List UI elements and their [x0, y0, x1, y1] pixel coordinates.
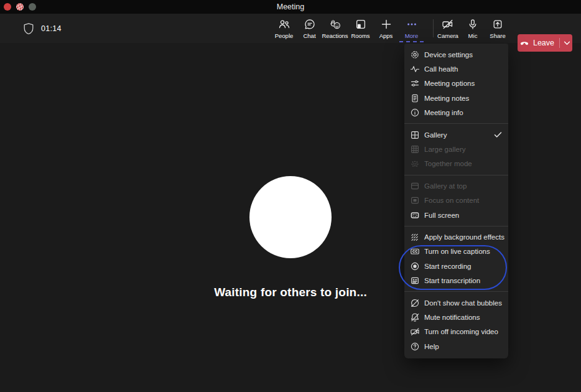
- menu-item-full-screen[interactable]: Full screen: [404, 208, 508, 222]
- menu-item-mute-notifications[interactable]: Mute notifications: [404, 310, 508, 324]
- rooms-button[interactable]: Rooms: [348, 14, 373, 43]
- menu-item-label: Meeting notes: [424, 95, 469, 102]
- transcript-icon: [410, 276, 420, 286]
- leave-button[interactable]: Leave: [518, 34, 572, 52]
- mic-button[interactable]: Mic: [460, 14, 485, 43]
- more-button[interactable]: More: [399, 14, 424, 43]
- fullscreen-icon: [410, 210, 420, 220]
- menu-item-label: Meeting options: [424, 80, 475, 87]
- people-label: People: [275, 32, 294, 39]
- timer-value: 01:14: [41, 24, 62, 33]
- menu-item-dont-show-chat-bubbles[interactable]: Don't show chat bubbles: [404, 296, 508, 310]
- menu-item-label: Together mode: [424, 160, 472, 167]
- menu-separator: [404, 291, 508, 292]
- minimize-window-button[interactable]: [16, 3, 24, 11]
- titlebar: Meeting: [0, 0, 581, 14]
- camera-off-icon: [442, 17, 454, 31]
- video-slash-icon: [410, 327, 420, 337]
- apps-label: Apps: [379, 32, 393, 39]
- more-label: More: [405, 32, 419, 39]
- gallery-top-icon: [410, 181, 420, 191]
- menu-item-label: Turn off incoming video: [424, 328, 498, 335]
- menu-item-label: Full screen: [424, 212, 459, 219]
- chat-icon: [304, 17, 316, 31]
- menu-item-focus-on-content: Focus on content: [404, 194, 508, 208]
- chat-slash-icon: [410, 298, 420, 308]
- mic-icon: [467, 17, 479, 31]
- menu-item-label: Focus on content: [424, 197, 479, 204]
- background-effects-icon: [410, 232, 420, 242]
- camera-label: Camera: [437, 32, 458, 39]
- menu-item-label: Gallery at top: [424, 182, 467, 190]
- toolbar-device-buttons: Camera Mic Share: [435, 14, 510, 43]
- menu-item-label: Large gallery: [424, 146, 465, 153]
- grid-2x2-icon: [410, 130, 420, 140]
- ellipsis-icon: [406, 17, 418, 31]
- menu-item-together-mode: Together mode: [404, 157, 508, 171]
- checkmark-icon: [494, 131, 502, 138]
- reactions-icon: [329, 17, 342, 31]
- toolbar-divider: [433, 19, 434, 37]
- help-icon: [410, 342, 420, 352]
- share-icon: [491, 17, 504, 31]
- leave-button-divider: [559, 38, 560, 48]
- meeting-timer: 01:14: [22, 14, 62, 43]
- menu-item-label: Gallery: [424, 131, 447, 139]
- menu-item-meeting-options[interactable]: Meeting options: [404, 77, 508, 91]
- menu-item-start-recording[interactable]: Start recording: [404, 259, 508, 273]
- grid-3x3-icon: [410, 144, 420, 154]
- menu-item-large-gallery: Large gallery: [404, 142, 508, 156]
- chevron-down-icon[interactable]: [564, 41, 570, 45]
- menu-item-label: Call health: [424, 65, 458, 73]
- chat-label: Chat: [303, 32, 315, 39]
- zoom-window-button[interactable]: [29, 3, 36, 11]
- record-icon: [410, 261, 420, 271]
- menu-item-device-settings[interactable]: Device settings: [404, 47, 508, 62]
- focus-content-icon: [410, 195, 420, 205]
- camera-button[interactable]: Camera: [435, 14, 460, 43]
- reactions-label: Reactions: [322, 32, 348, 39]
- rooms-icon: [355, 17, 367, 31]
- more-active-underline: [399, 41, 424, 42]
- menu-item-help[interactable]: Help: [404, 339, 508, 353]
- meeting-toolbar: 01:14 People Chat: [0, 14, 581, 43]
- menu-item-call-health[interactable]: Call health: [404, 62, 508, 76]
- bell-slash-icon: [410, 312, 420, 322]
- plus-icon: [380, 17, 393, 31]
- people-button[interactable]: People: [271, 14, 297, 43]
- menu-item-label: Mute notifications: [424, 314, 480, 321]
- menu-item-label: Start recording: [424, 263, 471, 270]
- menu-separator: [404, 226, 508, 226]
- more-menu: Device settings Call health Meeting opti…: [404, 44, 508, 358]
- apps-button[interactable]: Apps: [373, 14, 399, 43]
- captions-icon: [410, 246, 420, 256]
- menu-item-meeting-info[interactable]: Meeting info: [404, 106, 508, 120]
- mic-label: Mic: [468, 32, 478, 39]
- info-icon: [410, 108, 420, 118]
- pulse-icon: [410, 64, 420, 74]
- chat-button[interactable]: Chat: [297, 14, 322, 43]
- close-window-button[interactable]: [4, 3, 11, 11]
- note-icon: [410, 93, 420, 103]
- shield-icon: [22, 22, 35, 35]
- menu-item-start-transcription[interactable]: Start transcription: [404, 273, 508, 287]
- menu-item-label: Apply background effects: [424, 233, 504, 241]
- menu-item-meeting-notes[interactable]: Meeting notes: [404, 91, 508, 105]
- toolbar-main-buttons: People Chat Reac: [271, 14, 424, 43]
- hangup-icon: [519, 38, 529, 48]
- menu-item-apply-background-effects[interactable]: Apply background effects: [404, 230, 508, 244]
- window-controls: [4, 3, 36, 11]
- menu-item-label: Meeting info: [424, 109, 463, 116]
- people-cluster-icon: [410, 159, 420, 169]
- menu-item-turn-on-live-captions[interactable]: Turn on live captions: [404, 245, 508, 259]
- menu-item-label: Help: [424, 343, 439, 350]
- menu-item-turn-off-incoming-video[interactable]: Turn off incoming video: [404, 325, 508, 339]
- menu-item-gallery[interactable]: Gallery: [404, 128, 508, 142]
- menu-separator: [404, 123, 508, 124]
- rooms-label: Rooms: [351, 32, 370, 39]
- reactions-button[interactable]: Reactions: [322, 14, 348, 43]
- leave-label: Leave: [533, 39, 554, 47]
- share-button[interactable]: Share: [485, 14, 510, 43]
- menu-item-gallery-at-top: Gallery at top: [404, 179, 508, 193]
- menu-separator: [404, 175, 508, 175]
